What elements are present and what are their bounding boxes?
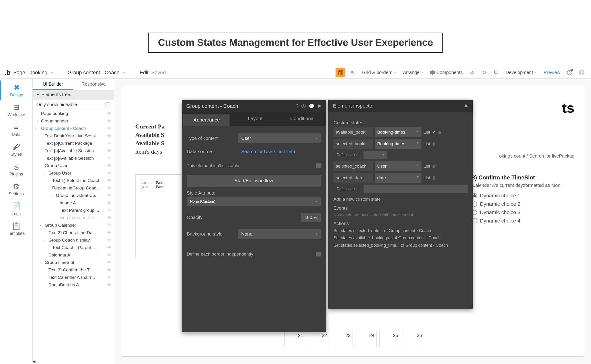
eye-icon[interactable]: 👁: [107, 186, 111, 190]
grid-borders-menu[interactable]: Grid & borders ▼: [360, 70, 398, 75]
eye-icon[interactable]: 👁: [107, 223, 111, 228]
tree-item[interactable]: -Group Individual Co...👁: [33, 192, 114, 199]
eye-icon[interactable]: 👁: [107, 164, 111, 168]
modal-header[interactable]: Group content - Coach ? ⓘ 💬 ✖: [182, 100, 326, 112]
eye-icon[interactable]: 👁: [107, 238, 111, 242]
state-name-input[interactable]: available_booki: [334, 127, 373, 137]
tree-toggle-icon[interactable]: -: [40, 164, 44, 168]
rail-data[interactable]: ≡Data: [0, 120, 32, 140]
tree-item[interactable]: Text [b]Available Session👁: [33, 147, 114, 155]
eye-icon[interactable]: 👁: [107, 201, 111, 205]
action-link[interactable]: Set states available_bookings... of Grou…: [334, 235, 468, 241]
eye-icon[interactable]: 👁: [107, 246, 111, 250]
user-avatar-icon[interactable]: [578, 68, 586, 77]
tree-toggle-icon[interactable]: -: [44, 238, 47, 242]
tab-conditional[interactable]: Conditional: [279, 112, 326, 126]
eye-icon[interactable]: 👁: [107, 253, 111, 257]
radio-option-3[interactable]: Dynamic choice 3: [472, 209, 574, 215]
development-menu[interactable]: Development ▼: [504, 70, 539, 75]
gift-icon[interactable]: 🎁: [335, 68, 345, 77]
tree-item[interactable]: Text 3) Confirm the Ti...👁: [33, 266, 114, 274]
preview-button[interactable]: Preview: [542, 70, 562, 75]
tree-item[interactable]: -Group User👁: [33, 169, 114, 177]
arrange-menu[interactable]: Arrange ▼: [401, 70, 426, 75]
rail-styles[interactable]: 🖌Styles: [0, 140, 32, 160]
state-type-select[interactable]: User▼: [375, 161, 421, 171]
tree-item[interactable]: +Group header👁: [33, 117, 114, 125]
eye-icon[interactable]: 👁: [107, 156, 111, 160]
default-value-select[interactable]: ▼: [363, 151, 387, 159]
calendar-cell[interactable]: 26: [403, 331, 424, 347]
calendar-cell[interactable]: 25: [379, 331, 400, 347]
list-check-icon[interactable]: ✔: [432, 130, 436, 135]
tree-item[interactable]: -Group User👁: [33, 162, 114, 169]
state-name-input[interactable]: selected_booki: [334, 139, 373, 149]
tab-appearance[interactable]: Appearance: [183, 114, 230, 126]
tree-item[interactable]: Text 1) Select the Coach👁: [33, 177, 114, 184]
tree-item[interactable]: Image A👁: [33, 199, 114, 207]
border-independent-checkbox[interactable]: [316, 252, 321, 256]
rail-logs[interactable]: 📄Logs: [0, 199, 32, 219]
eye-icon[interactable]: 👁: [107, 149, 111, 153]
eye-icon[interactable]: 👁: [107, 171, 111, 175]
eye-icon[interactable]: 👁: [107, 111, 111, 116]
style-attribute-select[interactable]: None (Custom)▼: [187, 197, 321, 206]
chevron-down-icon[interactable]: ▼: [50, 71, 53, 74]
state-type-select[interactable]: Booking-times▼: [375, 139, 421, 149]
tab-ui-builder[interactable]: UI Builder: [33, 79, 73, 90]
type-of-content-select[interactable]: User▼: [238, 133, 321, 143]
eye-icon[interactable]: 👁: [107, 231, 111, 235]
tab-responsive[interactable]: Responsive: [73, 79, 114, 90]
calendar-cell[interactable]: 21: [284, 331, 305, 347]
tree-toggle-icon[interactable]: +: [36, 119, 40, 123]
rail-workflow[interactable]: ⊟Workflow: [0, 100, 32, 120]
eye-icon[interactable]: 👁: [107, 193, 111, 198]
add-custom-state-link[interactable]: Add a new custom state: [334, 197, 468, 202]
calendar-cell[interactable]: 22: [308, 331, 329, 347]
cursor-icon[interactable]: ↖: [348, 68, 357, 77]
redo-icon[interactable]: ↻: [480, 68, 488, 77]
rail-plugins[interactable]: ⎘Plugins: [0, 160, 32, 179]
tree-item[interactable]: -RepeatingGroup Coac...👁: [33, 184, 114, 192]
only-show-hideable-toggle[interactable]: Only show hideable: [33, 100, 114, 110]
radio-option-4[interactable]: Dynamic choice 4: [472, 218, 574, 224]
tree-item[interactable]: Text [b]Current Package :👁: [33, 140, 114, 147]
panel-collapse-handle[interactable]: ◀: [33, 359, 114, 364]
action-link[interactable]: Set states selected_booking_time... of G…: [334, 243, 468, 248]
modal-header[interactable]: Element inspector ✖: [328, 100, 473, 112]
tree-item[interactable]: Calendar A👁: [33, 251, 114, 259]
tree-item[interactable]: Icon fa fa-check-ci...👁: [33, 214, 114, 221]
tree-item[interactable]: Text Coach : Parent ...👁: [33, 244, 114, 251]
tree-item[interactable]: -Group content - Coach👁: [33, 125, 114, 132]
eye-icon[interactable]: 👁: [107, 283, 111, 287]
tree-item[interactable]: Text 2) Choose the Da...👁: [33, 229, 114, 236]
eye-icon[interactable]: 👁: [107, 178, 111, 183]
eye-icon[interactable]: 👁: [107, 260, 111, 265]
tree-item[interactable]: Page booking👁: [33, 110, 114, 117]
tree-toggle-icon[interactable]: -: [51, 194, 55, 197]
state-type-select[interactable]: date▼: [375, 173, 421, 183]
trash-icon[interactable]: 🗑: [432, 142, 436, 146]
default-value-input[interactable]: [363, 185, 468, 193]
tree-item[interactable]: RadioButtons A👁: [33, 281, 114, 289]
opacity-value[interactable]: 100 %: [301, 213, 321, 222]
eye-icon[interactable]: 👁: [107, 119, 111, 123]
tree-toggle-icon[interactable]: -: [36, 127, 40, 130]
radio-option-1[interactable]: Dynamic choice 1: [472, 193, 574, 199]
calendar-cell[interactable]: 24: [355, 331, 376, 347]
eye-icon[interactable]: 👁: [107, 216, 111, 220]
state-name-input[interactable]: selected_coach: [334, 161, 373, 171]
tree-item[interactable]: Text Calendar A's curr...👁: [33, 274, 114, 281]
trash-icon[interactable]: 🗑: [438, 130, 442, 135]
close-icon[interactable]: ✖: [317, 103, 321, 109]
components-button[interactable]: Components: [428, 70, 465, 75]
start-edit-workflow-button[interactable]: Start/Edit workflow: [187, 175, 321, 187]
action-link[interactable]: Set states selected_date... of Group con…: [334, 228, 468, 234]
calendar-cell[interactable]: 23: [332, 331, 353, 347]
rail-template[interactable]: 📋Template: [0, 219, 32, 239]
rail-settings[interactable]: ⚙Settings: [0, 179, 32, 199]
trash-icon[interactable]: 🗑: [432, 176, 436, 180]
eye-icon[interactable]: 👁: [107, 134, 111, 138]
tree-toggle-icon[interactable]: -: [44, 171, 47, 175]
eye-icon[interactable]: 👁: [107, 268, 111, 272]
